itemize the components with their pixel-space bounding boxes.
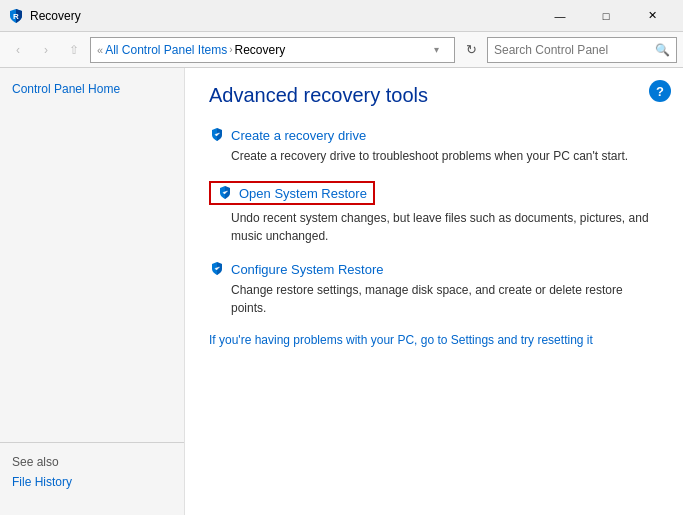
breadcrumb-prefix: « xyxy=(97,44,103,56)
title-bar: R Recovery — □ ✕ xyxy=(0,0,683,32)
help-button[interactable]: ? xyxy=(649,80,671,102)
search-box[interactable]: 🔍 xyxy=(487,37,677,63)
breadcrumb-separator: › xyxy=(229,44,232,55)
maximize-button[interactable]: □ xyxy=(583,0,629,32)
recovery-item-title: Create a recovery drive xyxy=(209,127,659,143)
configure-system-restore-desc: Change restore settings, manage disk spa… xyxy=(231,281,659,317)
sidebar-item-file-history[interactable]: File History xyxy=(12,473,172,491)
list-item: Open System Restore Undo recent system c… xyxy=(209,181,659,245)
svg-text:R: R xyxy=(13,12,19,21)
create-recovery-desc: Create a recovery drive to troubleshoot … xyxy=(231,147,659,165)
minimize-button[interactable]: — xyxy=(537,0,583,32)
address-bar: ‹ › ⇧ « All Control Panel Items › Recove… xyxy=(0,32,683,68)
list-item: Create a recovery drive Create a recover… xyxy=(209,127,659,165)
recovery-item-title: Configure System Restore xyxy=(209,261,659,277)
address-box[interactable]: « All Control Panel Items › Recovery ▾ xyxy=(90,37,455,63)
sidebar-bottom: See also File History xyxy=(0,442,184,503)
see-also-label: See also xyxy=(12,455,172,469)
window-icon: R xyxy=(8,8,24,24)
breadcrumb-part1: All Control Panel Items xyxy=(105,43,227,57)
settings-reset-link[interactable]: If you're having problems with your PC, … xyxy=(209,333,659,347)
search-button[interactable]: 🔍 xyxy=(655,43,670,57)
recovery-item-title: Open System Restore xyxy=(209,181,659,205)
close-button[interactable]: ✕ xyxy=(629,0,675,32)
breadcrumb-part2: Recovery xyxy=(235,43,286,57)
window-controls: — □ ✕ xyxy=(537,0,675,32)
create-recovery-link[interactable]: Create a recovery drive xyxy=(231,128,366,143)
configure-system-restore-link[interactable]: Configure System Restore xyxy=(231,262,383,277)
window-title: Recovery xyxy=(30,9,537,23)
sidebar-top: Control Panel Home xyxy=(0,80,184,98)
page-title: Advanced recovery tools xyxy=(209,84,659,107)
refresh-button[interactable]: ↻ xyxy=(459,37,483,63)
sidebar-item-home[interactable]: Control Panel Home xyxy=(12,80,172,98)
list-item: Configure System Restore Change restore … xyxy=(209,261,659,317)
forward-button[interactable]: › xyxy=(34,38,58,62)
search-input[interactable] xyxy=(494,43,651,57)
content-area: ? Advanced recovery tools Create a recov… xyxy=(185,68,683,515)
open-system-restore-desc: Undo recent system changes, but leave fi… xyxy=(231,209,659,245)
main-layout: Control Panel Home See also File History… xyxy=(0,68,683,515)
highlighted-box: Open System Restore xyxy=(209,181,375,205)
shield-icon xyxy=(209,127,225,143)
up-button[interactable]: ⇧ xyxy=(62,38,86,62)
breadcrumb: « All Control Panel Items › Recovery xyxy=(97,43,420,57)
dropdown-button[interactable]: ▾ xyxy=(424,37,448,63)
back-button[interactable]: ‹ xyxy=(6,38,30,62)
open-system-restore-link[interactable]: Open System Restore xyxy=(239,186,367,201)
sidebar: Control Panel Home See also File History xyxy=(0,68,185,515)
shield-icon xyxy=(209,261,225,277)
shield-icon xyxy=(217,185,233,201)
